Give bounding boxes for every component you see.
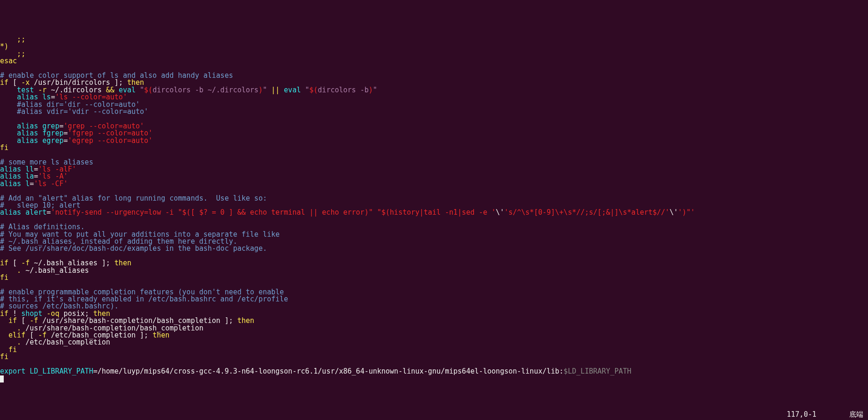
- code-segment: ]: [221, 316, 229, 325]
- cursor-line: [0, 375, 868, 382]
- code-line: fi: [0, 144, 868, 151]
- code-segment: ': [691, 208, 695, 217]
- code-segment: 'ls -CF': [34, 180, 68, 188]
- code-line: elif [ -f /etc/bash_completion ]; then: [0, 332, 868, 339]
- code-segment: /etc/bash_completion: [25, 338, 110, 346]
- code-segment: then: [114, 259, 131, 267]
- code-segment: #alias vdir='vdir --color=auto': [0, 107, 148, 116]
- code-segment: ;: [229, 316, 237, 325]
- code-segment: ': [665, 208, 670, 217]
- code-line: alias egrep='egrep --color=auto': [0, 137, 868, 144]
- code-segment: ': [504, 208, 509, 217]
- code-segment: =: [93, 367, 98, 375]
- code-segment: ): [369, 86, 373, 94]
- code-segment: # See /usr/share/doc/bash-doc/examples i…: [0, 244, 267, 253]
- code-line: [0, 217, 868, 224]
- code-segment: )": [682, 208, 691, 217]
- code-segment: alert: [25, 208, 46, 217]
- terminal-editor[interactable]: ;;*) ;;esac# enable color support of ls …: [0, 36, 868, 382]
- code-line: ;;: [0, 36, 868, 43]
- text-cursor: [0, 375, 4, 382]
- code-segment: ]: [98, 259, 106, 267]
- code-segment: ): [259, 86, 263, 94]
- code-line: fi: [0, 346, 868, 353]
- code-line: alias ll='ls -alF': [0, 166, 868, 173]
- code-segment: fi: [0, 143, 8, 152]
- code-segment: l: [25, 180, 30, 188]
- code-segment: 'egrep --color=auto': [68, 136, 153, 145]
- code-segment: ": [373, 86, 377, 94]
- code-segment: eval: [284, 86, 305, 94]
- code-segment: ": [263, 86, 267, 94]
- code-line: . ~/.bash_aliases: [0, 267, 868, 274]
- file-position-label: 底端: [849, 411, 863, 418]
- code-line: # this, if it's already enabled in /etc/…: [0, 296, 868, 303]
- code-line: # Add an "alert" alias for long running …: [0, 195, 868, 202]
- code-line: alias alert='notify-send --urgency=low -…: [0, 209, 868, 216]
- code-segment: export: [0, 367, 30, 375]
- code-line: if [ -f ~/.bash_aliases ]; then: [0, 260, 868, 267]
- vim-status-bar: 117,0-1 底端: [0, 412, 868, 420]
- code-segment: then: [237, 316, 254, 325]
- code-segment: alias: [0, 180, 25, 188]
- code-segment: =: [63, 136, 68, 145]
- code-line: alias l='ls -CF': [0, 180, 868, 188]
- code-segment: fi: [0, 352, 8, 361]
- cursor-position: 117,0-1: [787, 411, 816, 418]
- code-segment: $(: [144, 86, 152, 94]
- code-segment: 'notify-send --urgency=low -i "$([ $? = …: [51, 208, 491, 217]
- code-segment: ': [492, 208, 496, 217]
- code-segment: ||: [267, 86, 284, 94]
- code-segment: esac: [0, 57, 17, 65]
- code-segment: ;: [144, 331, 152, 339]
- code-line: # See /usr/share/doc/bash-doc/examples i…: [0, 245, 868, 252]
- code-line: test -r ~/.dircolors && eval "$(dircolor…: [0, 87, 868, 94]
- code-segment: then: [152, 331, 169, 339]
- code-segment: ~/.bash_aliases: [25, 266, 89, 275]
- code-line: [0, 151, 868, 158]
- code-segment: dircolors -b ~/.dircolors: [152, 86, 259, 94]
- code-line: *): [0, 43, 868, 50]
- code-segment: $(: [309, 86, 318, 94]
- code-segment: =: [30, 180, 34, 188]
- code-line: export LD_LIBRARY_PATH=/home/luyp/mips64…: [0, 368, 868, 375]
- code-segment: \': [496, 208, 504, 217]
- code-segment: egrep: [42, 136, 63, 145]
- code-line: alias la='ls -A': [0, 173, 868, 180]
- code-segment: LD_LIBRARY_PATH: [30, 367, 93, 375]
- code-line: ;;: [0, 51, 868, 58]
- code-segment: s/^\s*[0-9]\+\s*//;s/[;&|]\s*alert$//: [509, 208, 665, 217]
- code-segment: \': [670, 208, 678, 217]
- code-line: fi: [0, 274, 868, 281]
- code-segment: ": [305, 86, 309, 94]
- code-line: # some more ls aliases: [0, 159, 868, 166]
- code-line: . /etc/bash_completion: [0, 339, 868, 346]
- code-segment: alias: [0, 208, 25, 217]
- code-segment: $LD_LIBRARY_PATH: [563, 367, 632, 375]
- code-line: # sources /etc/bash.bashrc).: [0, 303, 868, 310]
- code-segment: ': [678, 208, 682, 217]
- code-segment: ;: [106, 259, 114, 267]
- code-line: esac: [0, 58, 868, 65]
- code-segment: dircolors -b: [318, 86, 368, 94]
- code-segment: ": [140, 86, 144, 94]
- code-line: #alias vdir='vdir --color=auto': [0, 108, 868, 115]
- code-segment: ]: [136, 331, 144, 339]
- code-segment: fi: [0, 273, 8, 282]
- code-segment: /home/luyp/mips64/cross-gcc-4.9.3-n64-lo…: [98, 367, 563, 375]
- code-line: fi: [0, 353, 868, 360]
